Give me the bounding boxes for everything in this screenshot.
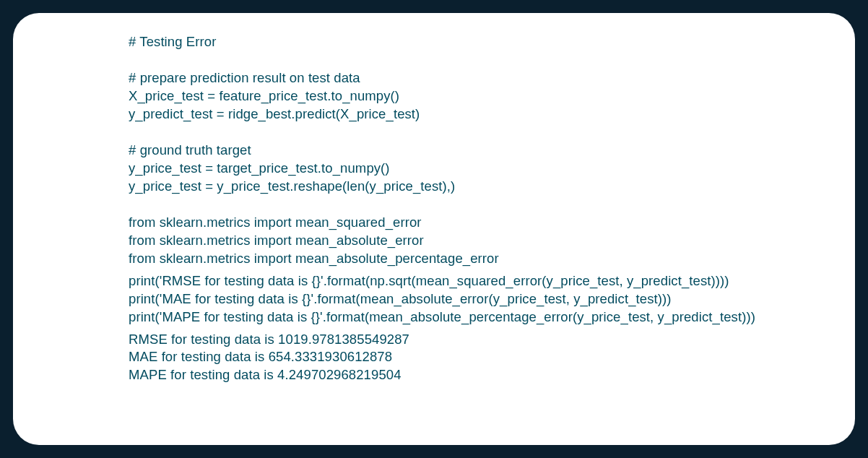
code-card: # Testing Error # prepare prediction res…	[13, 13, 855, 445]
code-block-2: print('RMSE for testing data is {}'.form…	[129, 272, 755, 327]
output-block: RMSE for testing data is 1019.9781385549…	[129, 331, 755, 385]
code-block-1: # Testing Error # prepare prediction res…	[129, 33, 755, 268]
